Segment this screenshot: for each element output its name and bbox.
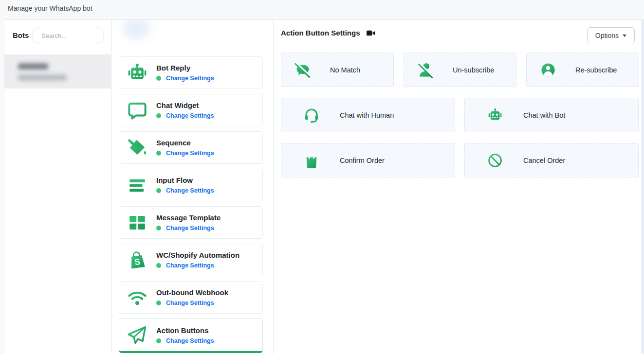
- bars-icon: [126, 174, 148, 196]
- wifi-icon: [126, 286, 148, 309]
- change-settings-link[interactable]: Change Settings: [166, 112, 214, 119]
- sidebar-title: Bots: [13, 31, 29, 39]
- action-button-un-subscribe[interactable]: Un-subscribe: [404, 53, 516, 87]
- action-button-cancel-order[interactable]: Cancel Order: [464, 143, 639, 177]
- redacted-bot-name: [18, 63, 48, 70]
- comment-slash-icon: [294, 61, 312, 79]
- action-button-chat-with-human[interactable]: Chat with Human: [281, 98, 455, 132]
- settings-card-chat-widget[interactable]: Chat Widget Change Settings: [119, 94, 263, 126]
- settings-card-title: Bot Reply: [156, 64, 214, 72]
- status-dot: [156, 226, 161, 230]
- bot-search-input[interactable]: [32, 27, 104, 44]
- change-settings-link[interactable]: Change Settings: [166, 150, 214, 157]
- page-title: Manage your WhatsApp bot: [8, 4, 92, 12]
- status-dot: [156, 301, 161, 305]
- action-button-label: Chat with Human: [340, 111, 394, 119]
- chat-bubble-icon: [126, 99, 148, 122]
- user-slash-icon: [417, 61, 434, 79]
- robot-icon: [126, 62, 148, 84]
- settings-card-title: Input Flow: [156, 176, 214, 184]
- status-dot: [156, 151, 161, 156]
- status-dot: [156, 76, 161, 81]
- panel-title: Action Button Settings: [281, 29, 360, 37]
- bot-settings-column: Bot Reply Change Settings Chat Widget Ch…: [111, 20, 274, 354]
- status-dot: [156, 113, 161, 118]
- sidebar-header: Bots: [4, 20, 111, 54]
- video-camera-icon[interactable]: [367, 30, 375, 36]
- settings-card-title: WC/Shopify Automation: [156, 251, 239, 259]
- action-button-label: No Match: [330, 66, 360, 74]
- change-settings-link[interactable]: Change Settings: [166, 300, 214, 306]
- action-button-confirm-order[interactable]: Confirm Order: [281, 143, 455, 177]
- ban-icon: [486, 152, 504, 169]
- selected-bot-list-item[interactable]: [4, 54, 111, 88]
- status-dot: [156, 188, 161, 193]
- action-button-label: Chat with Bot: [523, 111, 565, 119]
- top-header-bar: Manage your WhatsApp bot: [0, 0, 644, 19]
- settings-card-bot-reply[interactable]: Bot Reply Change Settings: [119, 56, 263, 89]
- grid-icon: [126, 212, 148, 234]
- scrollbar-track[interactable]: [641, 19, 644, 354]
- bots-sidebar: Bots: [4, 20, 111, 354]
- action-button-label: Re-subscribe: [575, 66, 617, 74]
- change-settings-link[interactable]: Change Settings: [166, 75, 214, 82]
- settings-card-title: Message Template: [156, 213, 221, 222]
- settings-card-title: Chat Widget: [156, 101, 214, 109]
- change-settings-link[interactable]: Change Settings: [166, 225, 214, 231]
- user-circle-icon: [539, 61, 557, 79]
- action-button-label: Un-subscribe: [453, 66, 494, 74]
- settings-card-wc-shopify-automation[interactable]: S WC/Shopify Automation Change Settings: [119, 244, 263, 276]
- change-settings-link[interactable]: Change Settings: [166, 337, 214, 344]
- main-container: Bots Bot Reply Ch: [4, 19, 641, 354]
- settings-card-message-template[interactable]: Message Template Change Settings: [119, 206, 263, 239]
- fill-drip-icon: [126, 137, 148, 159]
- status-dot: [156, 263, 161, 268]
- options-label: Options: [595, 32, 619, 39]
- paper-plane-icon: [126, 324, 148, 346]
- settings-card-sequence[interactable]: Sequence Change Settings: [119, 131, 263, 164]
- settings-card-title: Sequence: [156, 139, 214, 147]
- status-dot: [156, 338, 161, 343]
- action-button-chat-with-bot[interactable]: Chat with Bot: [464, 98, 639, 132]
- action-button-settings-panel: Action Button Settings Options No Ma: [274, 20, 641, 354]
- settings-card-outbound-webhook[interactable]: Out-bound Webhook Change Settings: [119, 281, 263, 314]
- settings-card-title: Action Buttons: [156, 326, 214, 335]
- shopping-bag-icon: [303, 152, 320, 169]
- shopify-bag-icon: S: [126, 249, 148, 271]
- action-button-no-match[interactable]: No Match: [281, 53, 394, 87]
- action-button-label: Cancel Order: [523, 157, 565, 164]
- action-button-label: Confirm Order: [340, 157, 385, 164]
- robot-icon: [486, 106, 504, 124]
- redacted-avatar-blob: [122, 19, 150, 39]
- headset-icon: [303, 106, 320, 124]
- redacted-bot-phone: [18, 74, 67, 81]
- settings-card-action-buttons[interactable]: Action Buttons Change Settings: [119, 319, 263, 353]
- change-settings-link[interactable]: Change Settings: [166, 187, 214, 194]
- options-dropdown-button[interactable]: Options: [587, 27, 635, 43]
- action-button-re-subscribe[interactable]: Re-subscribe: [526, 53, 639, 87]
- change-settings-link[interactable]: Change Settings: [166, 262, 214, 269]
- settings-card-input-flow[interactable]: Input Flow Change Settings: [119, 169, 263, 201]
- settings-card-title: Out-bound Webhook: [156, 288, 228, 297]
- chevron-down-icon: [623, 35, 626, 37]
